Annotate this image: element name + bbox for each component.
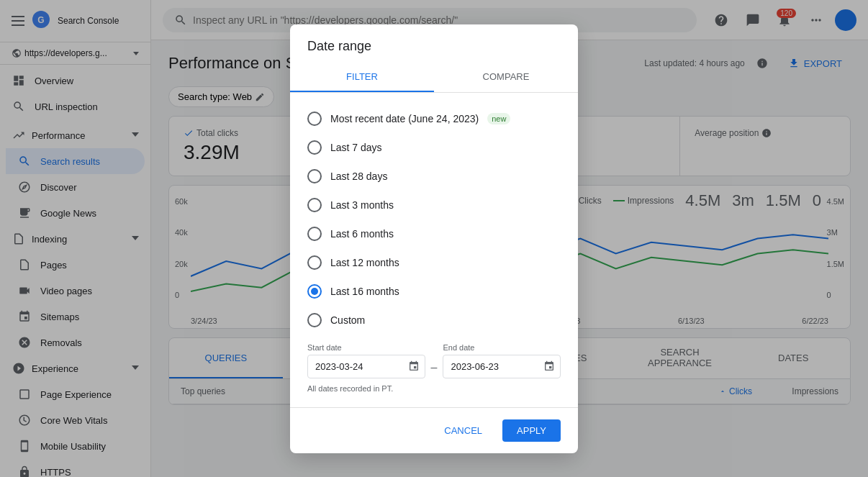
start-date-label: Start date bbox=[307, 343, 425, 352]
modal-tabs: FILTER COMPARE bbox=[290, 63, 578, 93]
radio-last-16-months bbox=[307, 284, 322, 299]
modal-title: Date range bbox=[290, 24, 578, 63]
end-calendar-icon[interactable] bbox=[543, 360, 555, 372]
option-last-3-months[interactable]: Last 3 months bbox=[307, 191, 561, 219]
modal-body: Most recent date (June 24, 2023) new Las… bbox=[290, 93, 578, 407]
radio-last-7 bbox=[307, 140, 322, 155]
option-custom[interactable]: Custom bbox=[307, 306, 561, 335]
start-date-wrap: Start date bbox=[307, 343, 425, 378]
radio-custom bbox=[307, 313, 322, 327]
radio-last-12-months bbox=[307, 255, 322, 270]
option-most-recent[interactable]: Most recent date (June 24, 2023) new bbox=[307, 104, 561, 133]
new-badge: new bbox=[487, 113, 510, 124]
date-separator: – bbox=[431, 347, 438, 374]
option-last-6-months[interactable]: Last 6 months bbox=[307, 219, 561, 248]
radio-last-3-months bbox=[307, 198, 322, 212]
apply-button[interactable]: APPLY bbox=[502, 419, 561, 442]
modal-tab-filter[interactable]: FILTER bbox=[290, 63, 434, 92]
option-last-12-months[interactable]: Last 12 months bbox=[307, 248, 561, 277]
option-last-7-days[interactable]: Last 7 days bbox=[307, 133, 561, 162]
date-inputs-row: Start date – End date bbox=[307, 335, 561, 378]
modal-overlay[interactable]: Date range FILTER COMPARE Most recent da… bbox=[0, 0, 868, 477]
option-last-16-months[interactable]: Last 16 months bbox=[307, 277, 561, 306]
date-range-modal: Date range FILTER COMPARE Most recent da… bbox=[290, 24, 578, 453]
end-date-label: End date bbox=[443, 343, 561, 352]
radio-last-6-months bbox=[307, 227, 322, 241]
radio-most-recent bbox=[307, 112, 322, 126]
modal-actions: CANCEL APPLY bbox=[290, 407, 578, 453]
option-last-28-days[interactable]: Last 28 days bbox=[307, 162, 561, 191]
cancel-button[interactable]: CANCEL bbox=[430, 419, 497, 442]
start-calendar-icon[interactable] bbox=[408, 360, 420, 372]
pt-note: All dates recorded in PT. bbox=[307, 378, 561, 396]
modal-tab-compare[interactable]: COMPARE bbox=[434, 63, 578, 92]
end-date-wrap: End date bbox=[443, 343, 561, 378]
radio-last-28 bbox=[307, 169, 322, 183]
